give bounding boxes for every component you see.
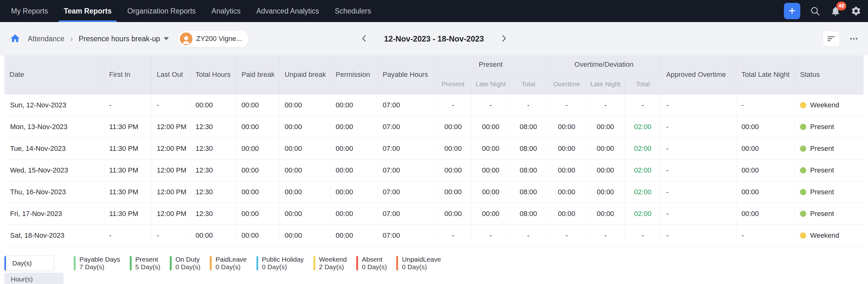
cell-present-total: 08:00 [510, 203, 547, 224]
report-selector[interactable]: Presence hours break-up [79, 35, 169, 43]
status-label: Weekend [810, 101, 839, 109]
cell-permission: 00:00 [330, 137, 377, 159]
notifications-icon[interactable]: 48 [830, 5, 841, 17]
status-label: Present [810, 210, 834, 218]
cell-overtime: - [547, 94, 586, 116]
cell-status: Weekend [795, 94, 864, 116]
cell-total-hours: 00:00 [190, 94, 236, 116]
nav-tab-organization-reports[interactable]: Organization Reports [119, 0, 204, 22]
cell-total-hours: 12:30 [190, 159, 236, 181]
cell-overtime-total: 02:00 [624, 159, 661, 181]
attendance-table: DateFirst InLast OutTotal HoursPaid brea… [4, 55, 864, 247]
nav-tab-team-reports[interactable]: Team Reports [56, 0, 120, 22]
search-icon[interactable] [809, 5, 821, 17]
cell-status: Present [795, 181, 864, 203]
cell-date: Tue, 14-Nov-2023 [4, 137, 104, 159]
cell-last-out: - [152, 224, 190, 246]
nav-tab-schedulers[interactable]: Schedulers [327, 0, 379, 22]
column-header-unpaid-break: Unpaid break [279, 55, 330, 94]
main-nav: My ReportsTeam ReportsOrganization Repor… [0, 0, 379, 22]
cell-payable-hours: 07:00 [377, 116, 434, 137]
legend-value: 7 Day(s) [80, 263, 120, 271]
table-row[interactable]: Tue, 14-Nov-202311:30 PM12:00 PM12:3000:… [4, 137, 864, 159]
next-week-button[interactable] [498, 33, 509, 44]
cell-first-in: 11:30 PM [104, 159, 152, 181]
cell-present-total: 08:00 [510, 181, 547, 203]
settings-icon[interactable] [850, 5, 862, 17]
cell-payable-hours: 07:00 [377, 94, 434, 116]
breadcrumb-root[interactable]: Attendance [28, 35, 64, 43]
table-row[interactable]: Sun, 12-Nov-2023--00:0000:0000:0000:0007… [4, 94, 864, 116]
table-row[interactable]: Mon, 13-Nov-202311:30 PM12:00 PM12:3000:… [4, 116, 864, 137]
legend-item-weekend: Weekend2 Day(s) [313, 256, 347, 271]
cell-payable-hours: 07:00 [377, 224, 434, 246]
column-subheader-present-total: Total [510, 74, 547, 94]
legend-item-paidleave: PaidLeave0 Day(s) [210, 256, 247, 271]
home-icon[interactable] [9, 33, 21, 44]
cell-date: Thu, 16-Nov-2023 [4, 181, 104, 203]
cell-present-total: 08:00 [510, 116, 547, 137]
table-row[interactable]: Fri, 17-Nov-202311:30 PM12:00 PM12:3000:… [4, 203, 864, 224]
legend-label: Weekend [319, 256, 347, 263]
column-header-last-out: Last Out [152, 55, 190, 94]
cell-approved-overtime: - [661, 181, 736, 203]
legend-item-public-holiday: Public Holiday0 Day(s) [256, 256, 304, 271]
cell-total-late-night: 00:00 [736, 159, 795, 181]
status-dot [800, 146, 806, 152]
cell-overtime-late-night: - [586, 94, 624, 116]
employee-chip-label: ZY200 Vigne... [196, 35, 242, 43]
cell-status: Present [795, 159, 864, 181]
cell-overtime-late-night: 00:00 [586, 137, 624, 159]
table-container: DateFirst InLast OutTotal HoursPaid brea… [4, 55, 864, 247]
cell-paid-break: 00:00 [236, 137, 279, 159]
add-button[interactable] [784, 3, 800, 19]
table-row[interactable]: Sat, 18-Nov-2023--00:0000:0000:0000:0007… [4, 224, 864, 246]
tab-hours[interactable]: Hour(s) [4, 273, 64, 284]
cell-overtime-total: 02:00 [624, 116, 661, 137]
legend-color-bar [74, 256, 75, 271]
column-header-payable-hours: Payable Hours [377, 55, 434, 94]
nav-tab-advanced-analytics[interactable]: Advanced Analytics [248, 0, 327, 22]
cell-last-out: 12:00 PM [152, 116, 190, 137]
cell-overtime-total: 02:00 [624, 203, 661, 224]
cell-status: Present [795, 137, 864, 159]
nav-tab-analytics[interactable]: Analytics [204, 0, 248, 22]
cell-unpaid-break: 00:00 [279, 224, 330, 246]
cell-paid-break: 00:00 [236, 203, 279, 224]
employee-chip[interactable]: ZY200 Vigne... [177, 30, 249, 47]
legend-value: 0 Day(s) [176, 263, 200, 271]
cell-paid-break: 00:00 [236, 94, 279, 116]
status-label: Present [810, 123, 834, 131]
cell-payable-hours: 07:00 [377, 203, 434, 224]
cell-paid-break: 00:00 [236, 159, 279, 181]
cell-status: Present [795, 203, 864, 224]
filter-icon[interactable] [823, 31, 840, 46]
cell-overtime-late-night: 00:00 [586, 159, 624, 181]
status-dot [800, 102, 806, 108]
column-header-total-hours: Total Hours [190, 55, 236, 94]
cell-overtime: 00:00 [547, 137, 586, 159]
cell-present-late-night: 00:00 [471, 181, 509, 203]
legend-color-bar [256, 256, 258, 271]
more-options-icon[interactable] [845, 31, 862, 46]
cell-overtime-total: 02:00 [624, 181, 661, 203]
tab-days[interactable]: Day(s) [4, 256, 54, 271]
table-row[interactable]: Thu, 16-Nov-202311:30 PM12:00 PM12:3000:… [4, 181, 864, 203]
toolbar-actions [823, 31, 862, 46]
cell-payable-hours: 07:00 [377, 159, 434, 181]
cell-unpaid-break: 00:00 [279, 137, 330, 159]
summary-bar: Day(s) Hour(s) Payable Days7 Day(s)Prese… [0, 254, 868, 284]
cell-approved-overtime: - [661, 116, 736, 137]
nav-tab-my-reports[interactable]: My Reports [3, 0, 56, 22]
legend-color-bar [356, 256, 358, 271]
table-row[interactable]: Wed, 15-Nov-202311:30 PM12:00 PM12:3000:… [4, 159, 864, 181]
app-window: My ReportsTeam ReportsOrganization Repor… [0, 0, 868, 284]
cell-present: 00:00 [434, 203, 471, 224]
legend-color-bar [396, 256, 398, 271]
legend-value: 0 Day(s) [215, 263, 247, 271]
legend-label: UnpaidLeave [402, 256, 441, 263]
legend-label: Present [135, 256, 160, 263]
status-label: Weekend [810, 231, 839, 240]
cell-present-total: 08:00 [510, 137, 547, 159]
prev-week-button[interactable] [359, 33, 370, 44]
